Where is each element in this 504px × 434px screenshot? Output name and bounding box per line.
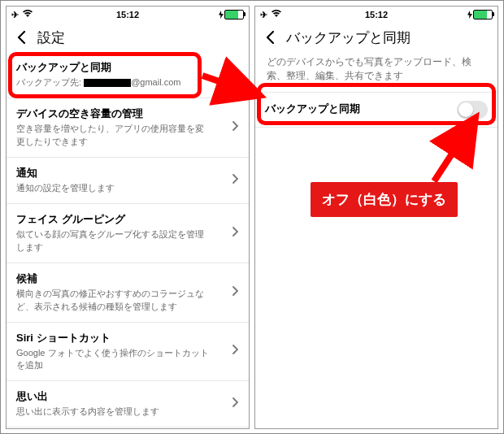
row-title: Siri ショートカット: [16, 331, 212, 345]
row-title: バックアップと同期: [265, 102, 437, 116]
row-title: 候補: [16, 271, 212, 286]
row-face-grouping[interactable]: フェイス グルーピング 似ている顔の写真をグループ化する設定を管理します: [7, 204, 249, 263]
app-header: 設定: [7, 23, 249, 52]
annotation-callout: オフ（白色）にする: [311, 182, 458, 217]
row-backup-sync-toggle[interactable]: バックアップと同期: [255, 92, 497, 128]
back-icon[interactable]: [13, 29, 29, 46]
row-notifications[interactable]: 通知 通知の設定を管理します: [7, 158, 249, 204]
row-subtitle: 思い出に表示する内容を管理します: [16, 406, 212, 419]
chevron-right-icon: [232, 226, 239, 241]
airplane-mode-icon: ✈: [11, 10, 19, 20]
row-title: 思い出: [16, 389, 212, 404]
chevron-right-icon: [232, 173, 239, 188]
row-subtitle: 似ている顔の写真をグループ化する設定を管理します: [16, 228, 212, 254]
row-subtitle: Google フォトでよく使う操作のショートカットを追加: [16, 347, 212, 373]
back-icon[interactable]: [262, 29, 278, 46]
wifi-icon: [271, 9, 282, 20]
chevron-right-icon: [232, 285, 239, 300]
row-subtitle: 通知の設定を管理します: [16, 182, 212, 195]
row-subtitle: 空き容量を増やしたり、アプリの使用容量を変更したりできます: [16, 123, 212, 149]
status-bar: ✈ 15:12: [7, 7, 249, 23]
row-siri-shortcuts[interactable]: Siri ショートカット Google フォトでよく使う操作のショートカットを追…: [7, 323, 249, 382]
backup-sync-toggle[interactable]: [457, 101, 488, 119]
row-backup-sync[interactable]: バックアップと同期 バックアップ先: @gmail.com: [7, 52, 249, 98]
section-label-share: 共有: [7, 427, 249, 429]
phone-settings: ✈ 15:12 設定 バックアップと同期: [6, 6, 250, 429]
battery-charging-icon: [467, 10, 493, 20]
chevron-right-icon: [232, 67, 239, 82]
airplane-mode-icon: ✈: [260, 10, 267, 20]
row-storage[interactable]: デバイスの空き容量の管理 空き容量を増やしたり、アプリの使用容量を変更したりでき…: [7, 98, 249, 158]
wifi-icon: [22, 9, 33, 20]
chevron-right-icon: [232, 397, 239, 411]
page-title: 設定: [37, 28, 65, 47]
battery-charging-icon: [219, 10, 244, 20]
row-suggestions[interactable]: 候補 横向きの写真の修正やおすすめのコラージュなど、表示される候補の種類を管理し…: [7, 263, 249, 323]
chevron-right-icon: [232, 120, 239, 135]
status-bar: ✈ 15:12: [255, 7, 497, 23]
status-time: 15:12: [309, 10, 444, 20]
page-title: バックアップと同期: [286, 28, 411, 47]
phone-backup-sync: ✈ 15:12 バックアップと同期 どのデバイスからでも写真をアップロード、検索…: [254, 6, 498, 429]
chevron-right-icon: [232, 344, 239, 358]
row-subtitle: 横向きの写真の修正やおすすめのコラージュなど、表示される候補の種類を管理します: [16, 288, 212, 314]
row-title: デバイスの空き容量の管理: [16, 106, 212, 121]
row-title: バックアップと同期: [16, 60, 212, 75]
page-description: どのデバイスからでも写真をアップロード、検索、整理、編集、共有できます: [255, 52, 497, 92]
app-header: バックアップと同期: [255, 23, 497, 52]
row-memories[interactable]: 思い出 思い出に表示する内容を管理します: [7, 381, 249, 427]
row-title: 通知: [16, 166, 212, 180]
row-subtitle: バックアップ先: @gmail.com: [16, 76, 212, 89]
status-time: 15:12: [60, 10, 195, 20]
row-title: フェイス グルーピング: [16, 212, 212, 227]
redacted-email: [84, 79, 131, 87]
